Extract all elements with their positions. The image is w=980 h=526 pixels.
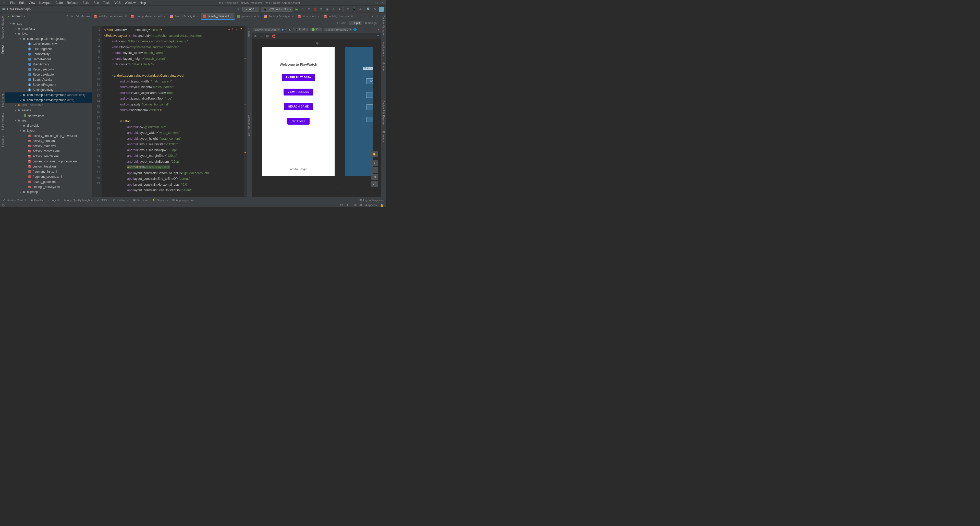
editor-tab[interactable]: activity_form.xml✕ (322, 13, 355, 20)
zoom-fit-icon[interactable]: ⛶ (371, 181, 378, 187)
component-tree-label[interactable]: Component Tree (248, 115, 251, 136)
menu-tools[interactable]: Tools (101, 1, 112, 5)
bb-app-quality[interactable]: ◈App Quality Insights (64, 198, 92, 202)
tree-class[interactable]: CGameRecord (5, 57, 92, 62)
tree-node-package-androidtest[interactable]: ▸com.example.itm4projectapp(androidTest) (5, 92, 92, 97)
bb-logcat[interactable]: ≡Logcat (48, 199, 59, 202)
rail-emulator[interactable]: Emulator (382, 130, 385, 143)
close-tab-icon[interactable]: ✕ (257, 15, 259, 18)
close-tab-icon[interactable]: ✕ (351, 15, 353, 18)
editor-tab-active[interactable]: activity_main.xml✕ (201, 13, 235, 20)
eye-icon[interactable]: 👁 (254, 35, 257, 38)
attach-debugger-icon[interactable]: ⎋ (331, 7, 335, 11)
tree-class[interactable]: CMainActivity (5, 62, 92, 67)
close-tab-icon[interactable]: ✕ (197, 15, 199, 18)
rail-build-variants[interactable]: Build Variants (1, 112, 4, 131)
bb-profiler[interactable]: ◉Profiler (30, 198, 43, 202)
locale-icon[interactable]: 🌐 (353, 28, 357, 31)
margins-icon[interactable]: 🧲 (272, 35, 275, 38)
tree-class[interactable]: CConsoleDropDown (5, 41, 92, 46)
tree-node-mipmap[interactable]: ▸mipmap (5, 190, 92, 194)
window-minimize-icon[interactable]: — (368, 1, 371, 5)
palette-rail[interactable]: Palette Component Tree (247, 26, 251, 197)
menu-help[interactable]: Help (138, 1, 148, 5)
apply-changes-icon[interactable]: ⟳ (301, 7, 305, 11)
tree-node-layout[interactable]: ▾layout (5, 128, 92, 133)
tree-node-java[interactable]: ▾java (5, 31, 92, 36)
handle-icon[interactable]: ψ (317, 41, 319, 45)
bb-problems[interactable]: ⊘Problems (113, 198, 128, 202)
apply-code-changes-icon[interactable]: ≡ (307, 7, 311, 11)
tree-file-layout[interactable]: activity_form.xml (5, 139, 92, 143)
preview-button-settings[interactable]: SETTINGS (287, 118, 309, 124)
debug-icon[interactable]: 🐞 (313, 7, 317, 11)
tree-node-package-main[interactable]: ▾com.example.itm4projectapp (5, 36, 92, 41)
tree-node-drawable[interactable]: ▸drawable (5, 123, 92, 128)
locate-icon[interactable]: ⊙ (66, 14, 68, 18)
rail-device-file-explorer[interactable]: Device File Explorer (382, 99, 385, 126)
tree-file-games-json[interactable]: games.json (5, 113, 92, 118)
settings-icon[interactable]: ⚙ (372, 7, 377, 11)
menu-build[interactable]: Build (80, 1, 91, 5)
avd-manager-icon[interactable]: 📱 (352, 7, 356, 11)
next-highlight-icon[interactable]: ˅ (248, 27, 249, 31)
expand-all-icon[interactable]: ⇱ (71, 14, 73, 18)
zoom-reset-icon[interactable]: 1:1 (371, 174, 378, 180)
rail-notifications[interactable]: Notifications (382, 40, 385, 58)
menu-view[interactable]: View (27, 1, 37, 5)
error-icon[interactable]: ● (228, 28, 230, 31)
design-surface-icon[interactable]: ◈ (282, 28, 283, 31)
tree-class[interactable]: CRecordsActivity (5, 67, 92, 72)
phone-preview[interactable]: Welcome to PlayWatch ENTER PLAY DATA VIE… (262, 47, 335, 176)
panel-hide-icon[interactable]: — (86, 14, 89, 18)
bb-terminal[interactable]: ▣Terminal (133, 198, 148, 202)
bb-version-control[interactable]: ⎇Version Control (2, 198, 26, 202)
design-surface[interactable]: ψ Welcome to PlayWatch ENTER PLAY DATA V… (252, 39, 381, 197)
run-config-dropdown[interactable]: app (242, 6, 259, 12)
arrows-icon[interactable]: ↔ (260, 35, 263, 38)
status-encoding[interactable]: UTF-8 (354, 204, 362, 207)
blueprint-button[interactable] (366, 104, 373, 110)
rail-bookmarks[interactable]: Bookmarks (1, 92, 4, 108)
project-view-dropdown[interactable]: Android ▾ (7, 14, 25, 18)
tree-node-manifests[interactable]: ▸manifests (5, 26, 92, 31)
tab-menu-icon[interactable]: ⋮ (375, 14, 379, 18)
status-indent[interactable]: 4 spaces (366, 204, 377, 207)
menu-file[interactable]: File (8, 1, 17, 5)
preview-button-search[interactable]: SEARCH GAME (284, 103, 313, 110)
bb-todo[interactable]: ☑TODO (97, 198, 108, 202)
help-icon[interactable]: ? (377, 35, 379, 38)
tree-file-layout[interactable]: fragment_second.xml (5, 174, 92, 179)
rail-device-manager[interactable]: Device Manager (382, 14, 385, 37)
viewmode-design[interactable]: ▦Design (363, 21, 379, 25)
menu-run[interactable]: Run (91, 1, 101, 5)
chevron-down-icon[interactable]: ▾ (372, 14, 373, 18)
tree-class[interactable]: CSecondFragment (5, 82, 92, 87)
orientation-icon[interactable]: ⟲ (285, 28, 287, 31)
menu-code[interactable]: Code (53, 1, 65, 5)
device-dropdown[interactable]: 📱 Pixel 4 API 33 (261, 6, 293, 12)
coverage-icon[interactable]: ⊕ (319, 7, 323, 11)
zoom-out-icon[interactable]: − (371, 167, 378, 173)
tree-file-layout[interactable]: settings_activity.xml (5, 184, 92, 190)
editor-tab[interactable]: root_preferences.xml✕ (129, 13, 168, 20)
code-editor[interactable]: <?xml version="1.0" encoding="utf-8"?> <… (102, 26, 244, 197)
error-indicator-icon[interactable]: ● (377, 28, 379, 31)
blueprint-button[interactable]: En (366, 78, 373, 84)
collapse-all-icon[interactable]: ⇲ (76, 14, 79, 18)
blueprint-button[interactable] (366, 117, 373, 122)
close-tab-icon[interactable]: ✕ (292, 15, 294, 18)
tree-node-java-gen[interactable]: ▸java(generated) (5, 103, 92, 108)
rail-project[interactable]: Project (1, 44, 4, 55)
viewmode-code[interactable]: ≡Code (335, 21, 348, 25)
tree-class[interactable]: CFirstFragment (5, 46, 92, 52)
editor-tab[interactable]: activity_records.xml✕ (92, 13, 129, 20)
api-dropdown[interactable]: ⬤ 33 (310, 27, 322, 32)
menu-window[interactable]: Window (123, 1, 138, 5)
close-tab-icon[interactable]: ✕ (231, 14, 232, 18)
pan-icon[interactable]: ✋ (371, 151, 378, 157)
menu-navigate[interactable]: Navigate (37, 1, 53, 5)
run-icon[interactable]: ▶ (294, 7, 299, 11)
window-close-icon[interactable]: ✕ (381, 1, 384, 5)
sync-gradle-icon[interactable]: ⟲ (346, 7, 350, 11)
